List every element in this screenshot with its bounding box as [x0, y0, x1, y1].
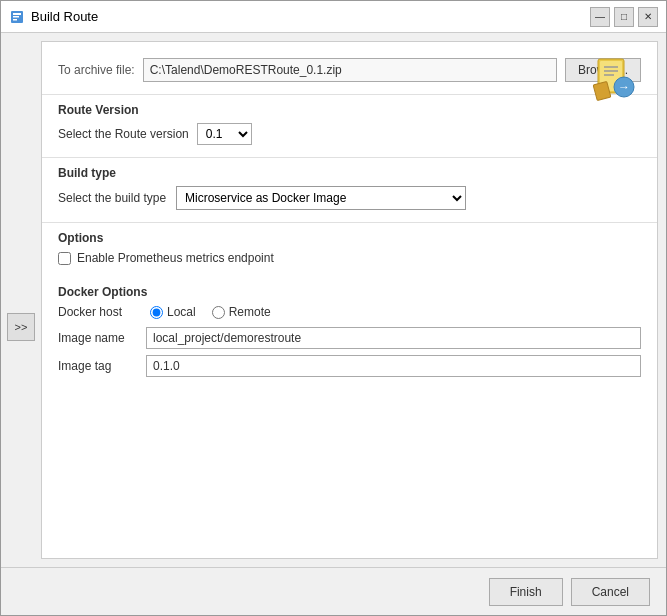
docker-host-label: Docker host	[58, 305, 138, 319]
close-button[interactable]: ✕	[638, 7, 658, 27]
remote-radio[interactable]	[212, 306, 225, 319]
local-radio-item[interactable]: Local	[150, 305, 196, 319]
image-tag-row: Image tag	[58, 355, 641, 377]
title-bar: Build Route — □ ✕	[1, 1, 666, 33]
options-section: Options Enable Prometheus metrics endpoi…	[42, 222, 657, 277]
image-name-label: Image name	[58, 331, 138, 345]
docker-options-section: Docker Options Docker host Local Remote	[42, 277, 657, 391]
docker-options-title: Docker Options	[58, 285, 641, 299]
build-route-window: Build Route — □ ✕ >>	[0, 0, 667, 616]
prometheus-checkbox[interactable]	[58, 252, 71, 265]
svg-rect-3	[13, 19, 17, 21]
app-icon: →	[590, 53, 640, 103]
prometheus-label: Enable Prometheus metrics endpoint	[77, 251, 274, 265]
image-tag-input[interactable]	[146, 355, 641, 377]
prometheus-row: Enable Prometheus metrics endpoint	[58, 251, 641, 265]
image-name-row: Image name	[58, 327, 641, 349]
window-title: Build Route	[31, 9, 590, 24]
remote-radio-label: Remote	[229, 305, 271, 319]
docker-host-radio-group: Local Remote	[150, 305, 271, 319]
options-title: Options	[58, 231, 641, 245]
footer: Finish Cancel	[1, 567, 666, 615]
svg-text:→: →	[618, 80, 630, 94]
docker-host-row: Docker host Local Remote	[58, 305, 641, 319]
maximize-button[interactable]: □	[614, 7, 634, 27]
app-icon-area: →	[585, 50, 645, 105]
archive-label: To archive file:	[58, 63, 135, 77]
local-radio-label: Local	[167, 305, 196, 319]
route-version-title: Route Version	[58, 103, 641, 117]
window-icon	[9, 9, 25, 25]
svg-rect-1	[13, 13, 21, 15]
remote-radio-item[interactable]: Remote	[212, 305, 271, 319]
window-controls: — □ ✕	[590, 7, 658, 27]
version-label: Select the Route version	[58, 127, 189, 141]
build-type-label: Select the build type	[58, 191, 168, 205]
dialog-area: → To archive file: Browse... Route Versi…	[41, 41, 658, 559]
image-tag-label: Image tag	[58, 359, 138, 373]
cancel-button[interactable]: Cancel	[571, 578, 650, 606]
build-type-row: Select the build type Microservice as Do…	[58, 186, 641, 210]
svg-rect-2	[13, 16, 19, 18]
version-row: Select the Route version 0.1 0.2 1.0	[58, 123, 641, 145]
local-radio[interactable]	[150, 306, 163, 319]
finish-button[interactable]: Finish	[489, 578, 563, 606]
version-select[interactable]: 0.1 0.2 1.0	[197, 123, 252, 145]
image-name-input[interactable]	[146, 327, 641, 349]
expand-button[interactable]: >>	[7, 313, 35, 341]
route-version-section: Route Version Select the Route version 0…	[42, 94, 657, 157]
build-type-title: Build type	[58, 166, 641, 180]
archive-input[interactable]	[143, 58, 557, 82]
side-panel: >>	[1, 33, 41, 567]
archive-row: To archive file: Browse...	[42, 42, 657, 94]
build-type-section: Build type Select the build type Microse…	[42, 157, 657, 222]
minimize-button[interactable]: —	[590, 7, 610, 27]
main-content: >> →	[1, 33, 666, 567]
build-type-select[interactable]: Microservice as Docker Image Standard Do…	[176, 186, 466, 210]
